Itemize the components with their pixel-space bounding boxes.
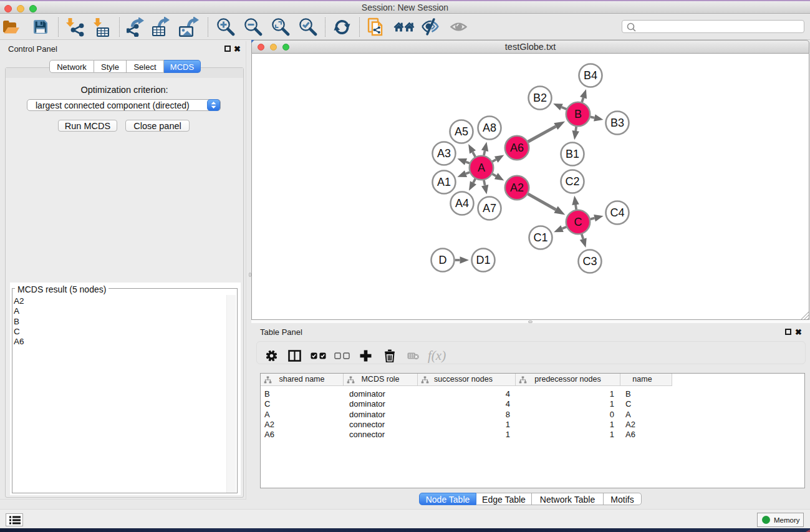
svg-text:C: C <box>574 216 582 228</box>
svg-text:A: A <box>478 162 485 174</box>
svg-text:C2: C2 <box>565 175 579 188</box>
svg-text:B4: B4 <box>584 69 597 82</box>
svg-text:A1: A1 <box>437 176 451 188</box>
svg-text:A8: A8 <box>483 122 496 134</box>
svg-text:D1: D1 <box>476 254 490 266</box>
svg-text:A6: A6 <box>510 142 524 154</box>
svg-text:C4: C4 <box>610 206 624 219</box>
svg-text:C3: C3 <box>582 255 597 268</box>
svg-text:A5: A5 <box>455 125 468 138</box>
svg-text:B: B <box>574 108 582 120</box>
svg-text:A2: A2 <box>510 181 524 194</box>
svg-text:B3: B3 <box>610 117 624 129</box>
svg-text:A7: A7 <box>483 202 496 215</box>
svg-text:A4: A4 <box>455 197 469 210</box>
svg-text:A3: A3 <box>437 147 451 160</box>
svg-text:B2: B2 <box>533 92 547 104</box>
svg-text:C1: C1 <box>533 231 547 244</box>
svg-text:D: D <box>439 254 447 266</box>
svg-text:B1: B1 <box>566 148 579 160</box>
